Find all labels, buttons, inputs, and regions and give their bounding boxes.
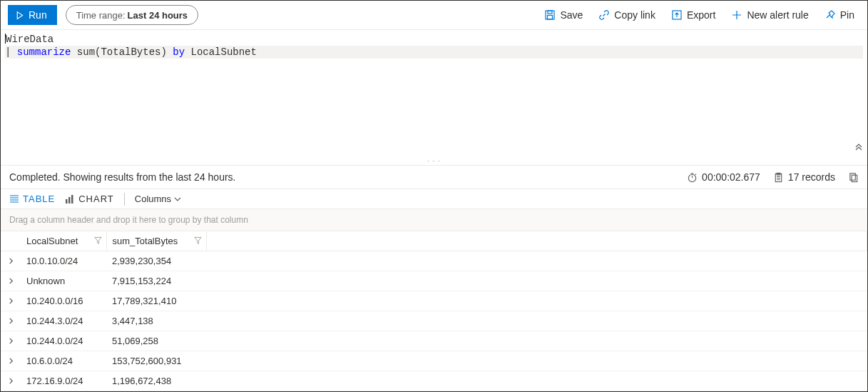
table-row[interactable]: 10.244.3.0/243,447,138	[1, 311, 867, 331]
table-header-row: LocalSubnet sum_TotalBytes	[1, 231, 867, 251]
cell-localsubnet: Unknown	[21, 271, 106, 291]
copy-icon	[848, 172, 859, 183]
export-label: Export	[687, 9, 715, 21]
cell-localsubnet: 172.16.9.0/24	[21, 371, 106, 391]
plus-icon	[731, 9, 742, 21]
pin-label: Pin	[840, 9, 854, 21]
svg-rect-9	[66, 199, 68, 203]
status-message: Completed. Showing results from the last…	[9, 171, 236, 183]
table-row[interactable]: 10.0.10.0/242,939,230,354	[1, 251, 867, 271]
table-row[interactable]: 172.16.9.0/241,196,672,438	[1, 371, 867, 391]
pin-icon	[824, 9, 836, 21]
expand-row-button[interactable]	[1, 291, 21, 311]
table-row[interactable]: 10.244.0.0/2451,069,258	[1, 331, 867, 351]
results-view-bar: TABLE CHART Columns	[1, 189, 867, 209]
status-bar: Completed. Showing results from the last…	[1, 166, 867, 189]
table-view-tab[interactable]: TABLE	[9, 192, 55, 206]
filter-icon[interactable]	[94, 236, 102, 246]
table-icon	[9, 194, 19, 204]
svg-rect-10	[68, 197, 71, 203]
cell-localsubnet: 10.244.0.0/24	[21, 331, 106, 351]
table-row[interactable]: Unknown7,915,153,224	[1, 271, 867, 291]
expand-row-button[interactable]	[1, 271, 21, 291]
column-header-sumtotalbytes[interactable]: sum_TotalBytes	[106, 231, 206, 251]
query-editor[interactable]: WireData | summarize sum(TotalBytes) by …	[1, 30, 867, 159]
svg-rect-2	[548, 16, 553, 20]
copy-link-label: Copy link	[614, 9, 655, 21]
table-row[interactable]: 10.6.0.0/24153,752,600,931	[1, 351, 867, 371]
chevron-right-icon	[8, 358, 14, 364]
expander-header	[1, 231, 21, 251]
chevron-right-icon	[8, 298, 14, 304]
cell-sumtotalbytes: 1,196,672,438	[106, 371, 206, 391]
play-icon	[15, 11, 24, 20]
chevron-down-icon	[174, 196, 181, 203]
group-by-drop-area[interactable]: Drag a column header and drop it here to…	[1, 209, 867, 231]
time-range-picker[interactable]: Time range: Last 24 hours	[66, 5, 198, 25]
table-row[interactable]: 10.240.0.0/1617,789,321,410	[1, 291, 867, 311]
divider	[124, 193, 125, 206]
save-button[interactable]: Save	[538, 5, 588, 25]
expand-row-button[interactable]	[1, 331, 21, 351]
chevron-right-icon	[8, 318, 14, 324]
chevron-right-icon	[8, 338, 14, 344]
export-button[interactable]: Export	[665, 5, 721, 25]
save-label: Save	[560, 9, 583, 21]
chevron-right-icon	[8, 378, 14, 384]
link-icon	[598, 9, 610, 21]
time-range-label: Time range:	[76, 10, 126, 21]
cell-sumtotalbytes: 2,939,230,354	[106, 251, 206, 271]
column-header-spacer	[206, 231, 867, 251]
expand-row-button[interactable]	[1, 351, 21, 371]
cell-localsubnet: 10.240.0.0/16	[21, 291, 106, 311]
chevron-double-up-icon	[854, 143, 863, 151]
export-icon	[671, 9, 683, 21]
editor-line-1: WireData	[5, 33, 863, 46]
columns-picker[interactable]: Columns	[135, 194, 181, 204]
cell-localsubnet: 10.244.3.0/24	[21, 311, 106, 331]
chevron-right-icon	[8, 258, 14, 264]
clipboard-icon	[773, 172, 784, 183]
run-button[interactable]: Run	[8, 5, 57, 25]
cell-sumtotalbytes: 3,447,138	[106, 311, 206, 331]
record-count: 17 records	[773, 171, 835, 183]
svg-rect-1	[548, 11, 552, 14]
top-toolbar: Run Time range: Last 24 hours Save Copy …	[1, 1, 867, 30]
results-table: LocalSubnet sum_TotalBytes 10.0.10.0/242…	[1, 231, 867, 391]
filter-icon[interactable]	[194, 236, 202, 246]
resize-gripper[interactable]: · · ·	[1, 159, 867, 166]
expand-row-button[interactable]	[1, 251, 21, 271]
run-label: Run	[29, 9, 47, 21]
time-range-value: Last 24 hours	[128, 10, 188, 21]
copy-link-button[interactable]: Copy link	[593, 5, 661, 25]
new-alert-rule-button[interactable]: New alert rule	[725, 5, 814, 25]
svg-rect-11	[71, 195, 73, 203]
expand-row-button[interactable]	[1, 371, 21, 391]
cell-sumtotalbytes: 7,915,153,224	[106, 271, 206, 291]
copy-results-button[interactable]	[848, 172, 859, 183]
svg-rect-8	[852, 175, 857, 181]
cell-sumtotalbytes: 17,789,321,410	[106, 291, 206, 311]
chart-view-tab[interactable]: CHART	[65, 192, 114, 206]
expand-row-button[interactable]	[1, 311, 21, 331]
chart-icon	[65, 194, 75, 204]
column-header-localsubnet[interactable]: LocalSubnet	[21, 231, 106, 251]
cell-sumtotalbytes: 51,069,258	[106, 331, 206, 351]
cell-sumtotalbytes: 153,752,600,931	[106, 351, 206, 371]
collapse-editor-button[interactable]	[854, 143, 863, 156]
stopwatch-icon	[687, 172, 698, 183]
svg-rect-7	[850, 173, 856, 179]
save-icon	[544, 9, 556, 21]
pin-button[interactable]: Pin	[819, 5, 860, 25]
elapsed-time: 00:00:02.677	[687, 171, 760, 183]
chevron-right-icon	[8, 278, 14, 284]
editor-line-2: | summarize sum(TotalBytes) by LocalSubn…	[5, 46, 863, 59]
cell-localsubnet: 10.6.0.0/24	[21, 351, 106, 371]
cell-localsubnet: 10.0.10.0/24	[21, 251, 106, 271]
new-alert-rule-label: New alert rule	[747, 9, 808, 21]
